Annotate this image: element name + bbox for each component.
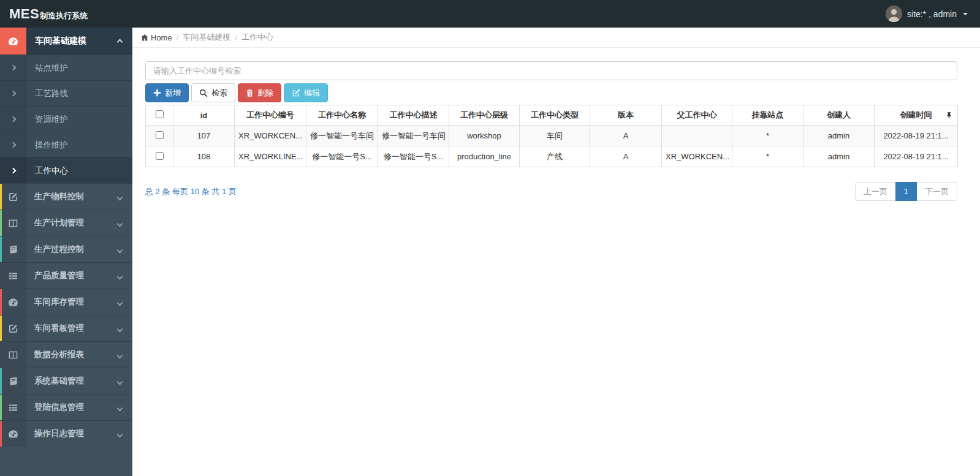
row-select-cell [146,146,173,167]
column-header-3: 工作中心描述 [378,105,449,126]
table-cell: A [590,146,662,167]
user-menu[interactable]: site:* , admin [886,6,968,22]
column-header-5: 工作中心类型 [520,105,590,126]
table-cell: A [590,126,662,146]
sidebar-groups: 生产物料控制生产计划管理生产过程控制产品质量管理车间库存管理车间看板管理数据分析… [0,183,132,447]
group-stripe [0,421,2,447]
table-cell: 修一智能一号车间 [378,126,449,146]
table-cell: * [732,126,803,146]
sidebar-group-report-analysis[interactable]: 数据分析报表 [0,341,132,368]
table-cell: 2022-08-19 21:1... [875,146,958,167]
breadcrumb-home-link[interactable]: Home [140,33,172,42]
workcenter-table: id工作中心编号工作中心名称工作中心描述工作中心层级工作中心类型版本父工作中心挂… [145,105,958,167]
page-1-button[interactable]: 1 [895,182,917,201]
toolbar: 新增 检索 删除 编辑 [145,83,957,102]
chevron-down-icon [118,429,122,439]
sidebar-group-workshop-modeling[interactable]: 车间基础建模 [0,28,132,55]
sidebar-group-label: 登陆信息管理 [26,402,118,413]
sidebar-group-label: 系统基础管理 [26,376,118,387]
group-stripe [0,210,2,236]
trash-icon [246,89,254,97]
add-button[interactable]: 新增 [145,83,189,102]
column-header-7: 父工作中心 [662,105,732,126]
select-all-checkbox[interactable] [156,110,164,118]
column-header-10: 创建时间 [875,105,958,126]
next-page-button[interactable]: 下一页 [916,182,957,201]
column-header-4: 工作中心层级 [449,105,520,126]
sidebar-group-label: 生产过程控制 [26,244,118,255]
sidebar-item-label: 工作中心 [26,165,68,176]
sidebar-item-label: 站点维护 [26,62,68,74]
sidebar-group-material-control[interactable]: 生产物料控制 [0,183,132,210]
chevron-down-icon [118,350,122,360]
select-all-header [146,105,173,126]
sidebar-group-label: 车间看板管理 [26,323,118,334]
prev-page-button[interactable]: 上一页 [855,182,896,201]
chevron-down-icon [118,377,122,386]
chevron-down-icon [118,403,122,412]
chevron-right-icon [0,158,26,183]
sidebar-group-label: 车间基础建模 [26,36,118,47]
column-header-8: 挂靠站点 [732,105,803,126]
sidebar-group-operation-log[interactable]: 操作日志管理 [0,420,132,447]
sidebar-group-board-management[interactable]: 车间看板管理 [0,315,132,341]
search-button[interactable]: 检索 [191,83,235,102]
edit-button[interactable]: 编辑 [284,83,328,102]
table-cell: XR_WORKCEN... [662,146,732,167]
book-icon [0,368,26,394]
pencil-square-icon [0,315,26,341]
search-button-label: 检索 [211,88,227,99]
sidebar-item-work-center[interactable]: 工作中心 [0,157,132,183]
logo-text-bold: MES [9,6,39,22]
group-stripe [0,184,2,210]
workcenter-table-wrap: id工作中心编号工作中心名称工作中心描述工作中心层级工作中心类型版本父工作中心挂… [145,105,957,167]
sidebar-item-resource-maintenance[interactable]: 资源维护 [0,106,132,132]
table-cell: workshop [449,126,520,146]
row-checkbox[interactable] [156,131,164,139]
table-cell: admin [803,126,875,146]
sidebar-item-process-route[interactable]: 工艺路线 [0,80,132,106]
search-input[interactable] [145,61,957,80]
sidebar-group-process-control[interactable]: 生产过程控制 [0,236,132,262]
table-cell: admin [803,146,875,167]
sidebar-group-plan-management[interactable]: 生产计划管理 [0,210,132,236]
breadcrumb-item-workshop-modeling[interactable]: 车间基础建模 [183,32,230,43]
book-icon [0,236,26,262]
sidebar-group-login-info[interactable]: 登陆信息管理 [0,394,132,420]
group-stripe [0,315,2,341]
table-row[interactable]: 107XR_WORKCEN...修一智能一号车间修一智能一号车间workshop… [146,126,958,146]
table-cell: XR_WORKLINE... [235,146,306,167]
dashboard-icon [0,421,26,447]
pin-icon[interactable] [946,111,952,119]
table-cell: 产线 [520,146,590,167]
sidebar-group-quality-management[interactable]: 产品质量管理 [0,262,132,289]
th-list-icon [0,395,26,420]
sidebar-item-site-maintenance[interactable]: 站点维护 [0,55,132,80]
sidebar-group-inventory-management[interactable]: 车间库存管理 [0,289,132,315]
table-cell: 107 [173,126,235,146]
edit-icon [292,89,300,97]
chevron-down-icon [118,271,122,281]
chevron-down-icon [118,298,122,307]
row-checkbox[interactable] [156,152,164,160]
row-select-cell [146,126,173,146]
th-list-icon [0,263,26,289]
table-cell: 2022-08-19 21:1... [875,126,958,146]
search-icon [199,89,208,97]
pagination-group: 上一页 1 下一页 [855,182,957,201]
table-cell [662,126,732,146]
sidebar-item-label: 操作维护 [26,140,68,151]
app-logo[interactable]: MES 制造执行系统 [9,6,88,22]
table-cell: * [732,146,803,167]
group-stripe [0,236,2,262]
sidebar-item-label: 资源维护 [26,114,68,125]
sidebar-item-operation-maintenance[interactable]: 操作维护 [0,132,132,157]
delete-button[interactable]: 删除 [238,83,281,102]
table-cell: 修一智能一号车间 [306,126,378,146]
table-row[interactable]: 108XR_WORKLINE...修一智能一号S...修一智能一号S...pro… [146,146,958,167]
sidebar-group-system-management[interactable]: 系统基础管理 [0,368,132,394]
breadcrumb: Home / 车间基础建模 / 工作中心 [132,28,980,48]
pagination-row: 总 2 条 每页 10 条 共 1 页 上一页 1 下一页 [145,182,957,201]
delete-button-label: 删除 [257,88,273,99]
dashboard-icon [0,289,26,315]
